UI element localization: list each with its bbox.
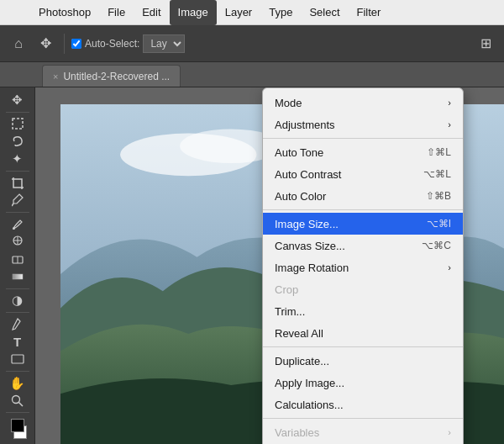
tool-pen[interactable] xyxy=(5,317,30,332)
menu-item-trim[interactable]: Trim... xyxy=(263,300,463,322)
tool-move[interactable]: ✥ xyxy=(5,92,30,108)
menu-photoshop[interactable]: Photoshop xyxy=(30,0,99,25)
menu-select[interactable]: Select xyxy=(301,0,348,25)
menu-item-variables: Variables › xyxy=(263,421,463,443)
tool-hand[interactable]: ✋ xyxy=(5,376,30,391)
tools-panel: ✥ ✦ xyxy=(0,87,35,444)
lasso-icon xyxy=(11,135,24,148)
main-area: ✥ ✦ xyxy=(0,87,504,444)
arrow-icon-mode: › xyxy=(448,98,451,108)
eyedropper-icon xyxy=(12,193,24,207)
menu-item-image-size[interactable]: Image Size... ⌥⌘I xyxy=(263,213,463,235)
svg-point-2 xyxy=(13,227,15,230)
tool-dodge[interactable]: ◑ xyxy=(5,293,30,308)
clone-icon xyxy=(11,235,24,248)
tab-close-button[interactable]: × xyxy=(53,71,58,82)
menu-image[interactable]: Image xyxy=(170,0,217,25)
menu-item-auto-tone[interactable]: Auto Tone ⇧⌘L xyxy=(263,141,463,163)
tool-select-rect[interactable] xyxy=(5,117,30,132)
menu-item-apply-image[interactable]: Apply Image... xyxy=(263,372,463,394)
menu-item-auto-contrast[interactable]: Auto Contrast ⌥⌘L xyxy=(263,163,463,185)
tool-clone[interactable] xyxy=(5,234,30,249)
toolbar: ⌂ ✥ Auto-Select: Lay ⊞ xyxy=(0,25,504,62)
menu-item-calculations[interactable]: Calculations... xyxy=(263,394,463,415)
menu-item-image-rotation[interactable]: Image Rotation › xyxy=(263,256,463,278)
zoom-icon xyxy=(11,394,24,407)
menu-item-canvas-size[interactable]: Canvas Size... ⌥⌘C xyxy=(263,235,463,256)
svg-point-10 xyxy=(13,396,20,404)
move-tool-icon[interactable]: ✥ xyxy=(34,32,57,56)
tool-separator-7 xyxy=(6,412,29,413)
tool-separator-1 xyxy=(6,112,29,113)
tool-eraser[interactable] xyxy=(5,251,30,267)
layer-select[interactable]: Lay xyxy=(143,34,185,53)
auto-select-input[interactable] xyxy=(71,39,81,49)
tool-magic-wand[interactable]: ✦ xyxy=(5,151,30,166)
tool-brush[interactable] xyxy=(5,217,30,232)
gradient-icon xyxy=(11,270,24,283)
svg-line-11 xyxy=(19,403,24,407)
image-menu-dropdown: Mode › Adjustments › Auto Tone ⇧⌘L Auto … xyxy=(262,87,464,444)
tool-separator-4 xyxy=(6,288,29,289)
svg-rect-8 xyxy=(13,274,23,279)
foreground-color[interactable] xyxy=(11,419,24,432)
menu-item-duplicate[interactable]: Duplicate... xyxy=(263,350,463,372)
menu-type[interactable]: Type xyxy=(260,0,301,25)
arrow-icon-variables: › xyxy=(448,427,451,437)
menu-item-adjustments[interactable]: Adjustments › xyxy=(263,114,463,135)
menu-item-reveal-all[interactable]: Reveal All xyxy=(263,322,463,344)
menu-edit[interactable]: Edit xyxy=(134,0,169,25)
menu-layer[interactable]: Layer xyxy=(217,0,261,25)
tool-eyedropper[interactable] xyxy=(5,193,30,208)
tool-gradient[interactable] xyxy=(5,269,30,284)
menu-item-auto-color[interactable]: Auto Color ⇧⌘B xyxy=(263,185,463,207)
canvas-area: Mode › Adjustments › Auto Tone ⇧⌘L Auto … xyxy=(35,87,504,444)
tabbar: × Untitled-2-Recovered ... xyxy=(0,62,504,87)
tool-zoom[interactable] xyxy=(5,394,30,409)
svg-rect-0 xyxy=(13,119,23,129)
toolbar-separator-1 xyxy=(64,34,65,54)
tool-separator-3 xyxy=(6,212,29,213)
svg-rect-9 xyxy=(12,355,24,363)
menu-item-crop: Crop xyxy=(263,278,463,300)
shape-icon xyxy=(11,353,24,365)
tool-shape[interactable] xyxy=(5,352,30,367)
menu-item-mode[interactable]: Mode › xyxy=(263,92,463,114)
menu-filter[interactable]: Filter xyxy=(349,0,390,25)
arrow-icon-adjustments: › xyxy=(448,119,451,130)
eraser-icon xyxy=(11,252,24,266)
tool-lasso[interactable] xyxy=(5,134,30,149)
arrange-icon[interactable]: ⊞ xyxy=(474,32,497,56)
home-icon[interactable]: ⌂ xyxy=(7,32,30,56)
svg-line-1 xyxy=(12,204,13,206)
menu-file[interactable]: File xyxy=(99,0,134,25)
document-tab[interactable]: × Untitled-2-Recovered ... xyxy=(42,65,181,87)
menu-separator-1 xyxy=(263,138,463,139)
menu-separator-4 xyxy=(263,418,463,419)
tool-separator-6 xyxy=(6,371,29,372)
auto-select-checkbox[interactable]: Auto-Select: xyxy=(71,38,139,50)
menu-separator-3 xyxy=(263,346,463,347)
pen-icon xyxy=(12,318,24,331)
tool-separator-5 xyxy=(6,312,29,313)
crop-icon xyxy=(11,177,24,190)
select-rect-icon xyxy=(11,117,24,130)
tool-separator-2 xyxy=(6,171,29,172)
color-swatches xyxy=(8,419,27,439)
menu-separator-2 xyxy=(263,209,463,210)
tool-crop[interactable] xyxy=(5,176,30,191)
tab-title: Untitled-2-Recovered ... xyxy=(63,71,170,82)
arrow-icon-rotation: › xyxy=(448,262,451,272)
tool-text[interactable]: T xyxy=(5,335,30,350)
menubar: Photoshop File Edit Image Layer Type Sel… xyxy=(0,0,504,25)
brush-icon xyxy=(11,218,24,231)
